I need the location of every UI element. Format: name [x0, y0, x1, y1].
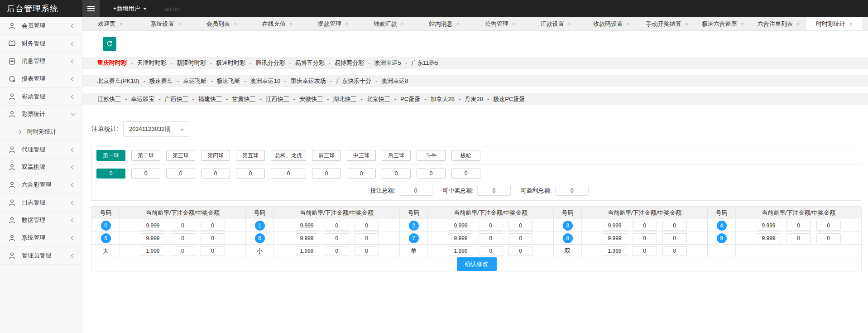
ball-tab-6[interactable]: 总和、龙虎: [271, 150, 306, 161]
sidebar-subitem[interactable]: 时时彩统计: [0, 123, 82, 141]
tab-close-icon[interactable]: ×: [685, 20, 689, 27]
sidebar-item-10[interactable]: 日志管理: [0, 194, 82, 212]
odds-input-field[interactable]: [449, 221, 473, 231]
lottery-link[interactable]: 江苏快三: [97, 96, 121, 102]
lottery-link[interactable]: 江西快三: [266, 96, 289, 102]
win-amount-field[interactable]: [201, 246, 225, 256]
sidebar-item-7[interactable]: 代理管理: [0, 141, 82, 159]
win-amount-field[interactable]: [816, 221, 841, 231]
tab-7[interactable]: 站内消息×: [417, 17, 472, 30]
bet-amount-field[interactable]: [479, 233, 503, 243]
odds-input-field[interactable]: [141, 246, 165, 256]
bet-amount-field[interactable]: [786, 233, 811, 243]
lottery-link[interactable]: 天津时时彩: [137, 59, 166, 66]
win-amount-field[interactable]: [355, 246, 379, 256]
sidebar-item-2[interactable]: 财务管理: [0, 35, 82, 53]
bet-amount-field[interactable]: [325, 221, 349, 231]
summary-value-1[interactable]: [399, 186, 432, 196]
tab-close-icon[interactable]: ×: [289, 20, 293, 27]
lottery-link[interactable]: 易博两分彩: [335, 59, 364, 66]
bet-amount-field[interactable]: [786, 221, 811, 231]
tab-close-icon[interactable]: ×: [512, 20, 516, 27]
ball-tab-3[interactable]: 第三球: [166, 150, 195, 161]
sidebar-item-8[interactable]: 双赢棋牌: [0, 159, 82, 176]
sidebar-item-1[interactable]: 会员管理: [0, 17, 82, 35]
ball-tab-5[interactable]: 第五球: [236, 150, 265, 161]
odds-input-field[interactable]: [295, 221, 319, 231]
lottery-link[interactable]: 极速飞艇: [217, 77, 240, 84]
lottery-link[interactable]: 新疆时时彩: [177, 59, 206, 66]
tab-8[interactable]: 公告管理×: [472, 17, 528, 30]
tab-9[interactable]: 汇款设置×: [528, 17, 584, 30]
lottery-link[interactable]: PC蛋蛋: [400, 96, 420, 102]
tab-close-icon[interactable]: ×: [849, 20, 853, 27]
bet-amount-field[interactable]: [633, 221, 657, 231]
tab-close-icon[interactable]: ×: [345, 20, 349, 27]
ball-tab-4[interactable]: 第四球: [201, 150, 230, 161]
confirm-modify-button[interactable]: 确认修改: [457, 257, 497, 271]
win-amount-field[interactable]: [355, 233, 379, 243]
win-amount-field[interactable]: [201, 233, 225, 243]
ball-tab-1[interactable]: 第一球: [96, 150, 125, 161]
lottery-link[interactable]: 丹麦28: [465, 96, 483, 102]
tab-2[interactable]: 系统设置×: [138, 17, 194, 30]
tab-close-icon[interactable]: ×: [568, 20, 571, 27]
win-amount-field[interactable]: [508, 221, 533, 231]
tab-close-icon[interactable]: ×: [456, 20, 460, 27]
current-user[interactable]: admin: [165, 5, 181, 12]
lottery-link[interactable]: 澳洲幸运5: [374, 59, 401, 66]
win-amount-field[interactable]: [355, 221, 379, 231]
lottery-link[interactable]: 重庆幸运农场: [291, 77, 326, 84]
odds-input-field[interactable]: [449, 233, 473, 243]
sidebar-item-4[interactable]: 报表管理: [0, 70, 82, 88]
lottery-link[interactable]: 极速赛车: [149, 77, 173, 84]
tab-close-icon[interactable]: ×: [741, 20, 744, 27]
tab-11[interactable]: 手动开奖结算×: [639, 17, 695, 30]
sidebar-item-3[interactable]: 消息管理: [0, 53, 82, 70]
win-amount-field[interactable]: [816, 233, 841, 243]
lottery-link[interactable]: 广西快三: [165, 96, 188, 102]
bet-amount-field[interactable]: [479, 221, 503, 231]
lottery-link[interactable]: 幸运骰宝: [131, 96, 154, 102]
sidebar-item-9[interactable]: 六合彩管理: [0, 176, 82, 194]
tab-14[interactable]: 时时彩统计×: [806, 17, 862, 30]
tab-4[interactable]: 在线充值×: [249, 17, 305, 30]
tab-close-icon[interactable]: ×: [234, 20, 237, 27]
bet-amount-field[interactable]: [633, 233, 657, 243]
bet-amount-field[interactable]: [171, 246, 195, 256]
sidebar-item-11[interactable]: 数据管理: [0, 212, 82, 229]
lottery-link[interactable]: 澳洲幸运10: [250, 77, 280, 84]
tab-13[interactable]: 六合注单列表×: [751, 17, 806, 30]
odds-input-field[interactable]: [295, 233, 319, 243]
tab-close-icon[interactable]: ×: [401, 20, 404, 27]
tab-1[interactable]: 欢迎页×: [82, 17, 138, 30]
tab-close-icon[interactable]: ×: [119, 20, 123, 27]
lottery-link[interactable]: 安徽快三: [299, 96, 323, 102]
win-amount-field[interactable]: [662, 221, 687, 231]
odds-input-field[interactable]: [757, 233, 781, 243]
add-user-menu[interactable]: +新增用户: [113, 5, 147, 13]
ball-tab-7[interactable]: 前三球: [312, 150, 341, 161]
bet-amount-field[interactable]: [171, 233, 195, 243]
win-amount-field[interactable]: [662, 233, 687, 243]
refresh-button[interactable]: [103, 37, 116, 51]
lottery-link[interactable]: 北京快三: [367, 96, 390, 102]
summary-value-3[interactable]: [555, 186, 589, 196]
ball-tab-11[interactable]: 梭哈: [451, 150, 480, 161]
lottery-link[interactable]: 广东11选5: [411, 59, 438, 66]
sidebar-item-12[interactable]: 系统管理: [0, 229, 82, 247]
sidebar-item-13[interactable]: 管理员管理: [0, 247, 82, 265]
bet-amount-field[interactable]: [633, 246, 657, 256]
tab-10[interactable]: 收款码设置×: [584, 17, 639, 30]
ball-tab-10[interactable]: 斗牛: [417, 150, 446, 161]
odds-input-field[interactable]: [141, 221, 165, 231]
lottery-link[interactable]: 福建快三: [198, 96, 222, 102]
lottery-link[interactable]: 腾讯分分彩: [255, 59, 285, 66]
odds-input-field[interactable]: [603, 221, 627, 231]
win-amount-field[interactable]: [508, 233, 533, 243]
lottery-link[interactable]: 湖北快三: [333, 96, 356, 102]
odds-input-field[interactable]: [449, 246, 473, 256]
odds-input-field[interactable]: [603, 233, 627, 243]
summary-value-2[interactable]: [477, 186, 511, 196]
sidebar-item-6[interactable]: 彩票统计: [0, 106, 82, 123]
